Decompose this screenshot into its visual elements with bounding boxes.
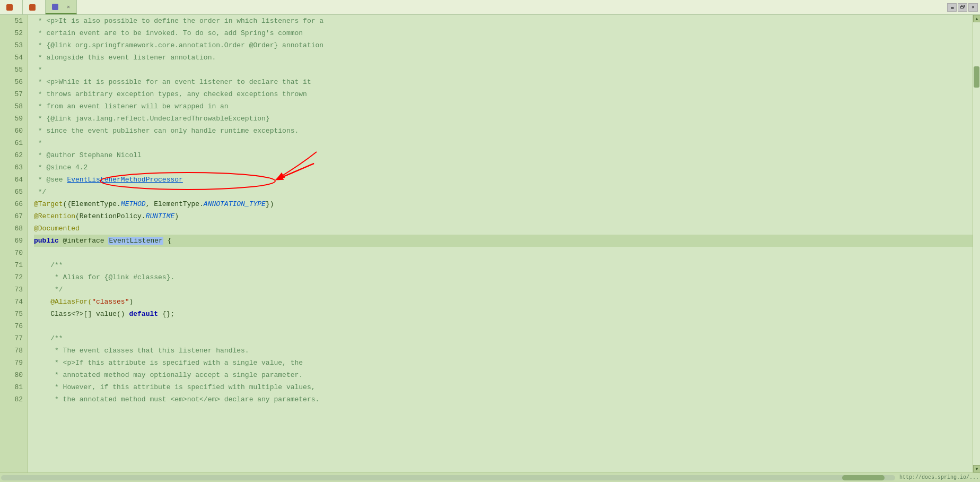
code-wrapper: * <p>It is also possible to define the o…: [28, 15, 973, 472]
code-line-78: * The event classes that this listener h…: [34, 345, 973, 357]
vertical-scrollbar[interactable]: ▲ ▼: [973, 15, 980, 472]
line-number-55: 55: [0, 64, 23, 76]
code-line-56: * <p>While it is possible for an event l…: [34, 76, 973, 88]
code-line-70: [34, 247, 973, 259]
code-line-65: */: [34, 186, 973, 198]
code-line-77: /**: [34, 332, 973, 345]
code-line-52: * certain event are to be invoked. To do…: [34, 27, 973, 39]
line-number-66: 66: [0, 198, 23, 210]
code-line-66: @Target({ElementType.METHOD, ElementType…: [34, 198, 973, 210]
line-number-64: 64: [0, 174, 23, 186]
code-line-82: * the annotated method must <em>not</em>…: [34, 393, 973, 406]
line-number-60: 60: [0, 125, 23, 137]
scroll-down-button[interactable]: ▼: [973, 465, 980, 472]
code-line-73: */: [34, 283, 973, 296]
line-number-67: 67: [0, 210, 23, 222]
line-number-71: 71: [0, 259, 23, 271]
java-icon: [6, 4, 13, 11]
maximize-button[interactable]: 🗗: [958, 3, 967, 12]
line-number-54: 54: [0, 51, 23, 64]
line-number-80: 80: [0, 369, 23, 381]
code-line-60: * since the event publisher can only han…: [34, 125, 973, 137]
code-line-81: * However, if this attribute is specifie…: [34, 381, 973, 393]
code-line-75: Class<?>[] value() default {};: [34, 308, 973, 320]
line-number-56: 56: [0, 76, 23, 88]
close-window-button[interactable]: ✕: [968, 3, 978, 12]
code-line-51: * <p>It is also possible to define the o…: [34, 15, 973, 27]
close-icon[interactable]: ✕: [67, 4, 70, 10]
line-number-72: 72: [0, 271, 23, 283]
code-line-71: /**: [34, 259, 973, 271]
code-line-64: * @see EventListenerMethodProcessor: [34, 174, 973, 186]
code-line-59: * {@link java.lang.reflect.UndeclaredThr…: [34, 113, 973, 125]
line-number-74: 74: [0, 296, 23, 308]
code-line-68: @Documented: [34, 222, 973, 235]
line-number-82: 82: [0, 393, 23, 406]
line-number-77: 77: [0, 332, 23, 345]
line-number-62: 62: [0, 149, 23, 161]
code-line-80: * annotated method may optionally accept…: [34, 369, 973, 381]
line-number-59: 59: [0, 113, 23, 125]
code-line-58: * from an event listener will be wrapped…: [34, 100, 973, 113]
code-line-72: * Alias for {@link #classes}.: [34, 271, 973, 283]
line-number-58: 58: [0, 100, 23, 113]
tab-ioc-test[interactable]: [23, 0, 46, 14]
code-area: 5152535455565758596061626364656667686970…: [0, 15, 980, 472]
code-line-79: * <p>If this attribute is specified with…: [34, 357, 973, 369]
scroll-h-thumb[interactable]: [842, 475, 885, 480]
code-line-67: @Retention(RetentionPolicy.RUNTIME): [34, 210, 973, 222]
line-number-76: 76: [0, 320, 23, 332]
code-line-76: [34, 320, 973, 332]
line-number-79: 79: [0, 357, 23, 369]
code-line-57: * throws arbitrary exception types, any …: [34, 88, 973, 100]
line-number-78: 78: [0, 345, 23, 357]
scroll-thumb[interactable]: [974, 66, 979, 88]
line-numbers: 5152535455565758596061626364656667686970…: [0, 15, 28, 472]
class-icon: [52, 4, 58, 10]
window-controls: 🗕 🗗 ✕: [947, 0, 980, 14]
code-line-74: @AliasFor("classes"): [34, 296, 973, 308]
line-number-52: 52: [0, 27, 23, 39]
minimize-button[interactable]: 🗕: [947, 3, 957, 12]
horizontal-scrollbar[interactable]: http://docs.spring.io/...: [0, 472, 980, 482]
code-line-53: * {@link org.springframework.core.annota…: [34, 39, 973, 51]
line-number-61: 61: [0, 137, 23, 149]
scroll-h-track[interactable]: [1, 475, 895, 480]
line-number-69: 69: [0, 235, 23, 247]
tab-bar: ✕ 🗕 🗗 ✕: [0, 0, 980, 15]
java-icon-2: [29, 4, 36, 11]
status-url: http://docs.spring.io/...: [895, 475, 979, 480]
code-line-55: *: [34, 64, 973, 76]
code-line-62: * @author Stephane Nicoll: [34, 149, 973, 161]
scroll-up-button[interactable]: ▲: [973, 15, 980, 22]
code-line-63: * @since 4.2: [34, 161, 973, 174]
line-number-73: 73: [0, 283, 23, 296]
tab-event-listener[interactable]: ✕: [46, 0, 77, 14]
line-number-75: 75: [0, 308, 23, 320]
line-number-70: 70: [0, 247, 23, 259]
line-number-65: 65: [0, 186, 23, 198]
code-line-61: *: [34, 137, 973, 149]
code-line-69: public @interface EventListener {: [34, 235, 973, 247]
scroll-track[interactable]: [973, 22, 980, 465]
line-number-51: 51: [0, 15, 23, 27]
line-number-81: 81: [0, 381, 23, 393]
line-number-53: 53: [0, 39, 23, 51]
code-content[interactable]: * <p>It is also possible to define the o…: [28, 15, 973, 406]
line-number-63: 63: [0, 161, 23, 174]
code-line-54: * alongside this event listener annotati…: [34, 51, 973, 64]
line-number-57: 57: [0, 88, 23, 100]
line-number-68: 68: [0, 222, 23, 235]
tab-user-service[interactable]: [0, 0, 23, 14]
